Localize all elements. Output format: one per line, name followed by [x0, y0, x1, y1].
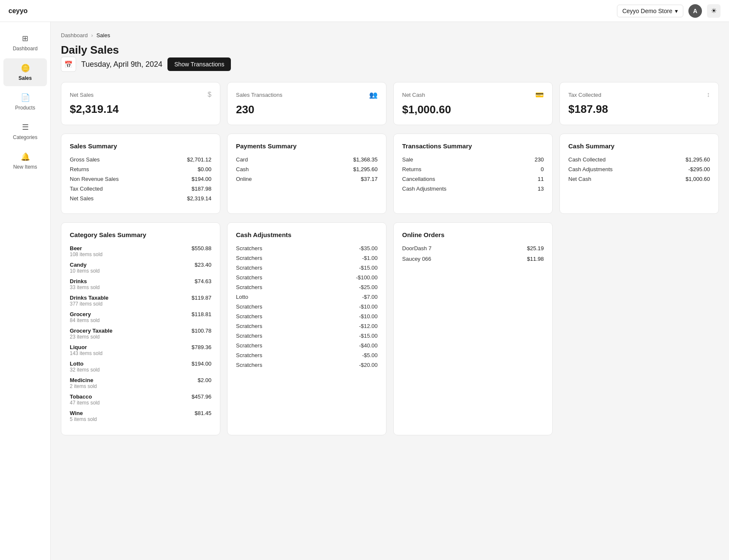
sidebar-label-categories: Categories	[13, 134, 37, 140]
adjustment-item: Scratchers-$10.00	[236, 313, 378, 320]
store-selector[interactable]: Ceyyo Demo Store ▾	[617, 5, 683, 17]
non-revenue-line: Non Revenue Sales $194.00	[70, 176, 211, 182]
transactions-summary-card: Transactions Summary Sale 230 Returns 0 …	[393, 134, 553, 214]
body-area: ⊞Dashboard🪙Sales📄Products☰Categories🔔New…	[0, 22, 729, 445]
breadcrumb-current: Sales	[96, 32, 110, 38]
category-item: Liquor143 items sold$789.36	[70, 344, 211, 356]
adjustment-item: Scratchers-$25.00	[236, 284, 378, 290]
card-line: Card $1,368.35	[236, 156, 378, 163]
store-name: Ceyyo Demo Store	[622, 8, 672, 14]
adjustment-item: Scratchers-$35.00	[236, 245, 378, 251]
cash-adj-line: Cash Adjustments 13	[402, 186, 544, 192]
sales-icon: 🪙	[21, 63, 30, 73]
category-item: Grocery Taxable23 items sold$100.78	[70, 328, 211, 340]
online-orders-title: Online Orders	[402, 231, 544, 238]
dollar-icon: $	[208, 91, 211, 98]
category-item: Wine5 items sold$81.45	[70, 410, 211, 422]
page-title: Daily Sales	[61, 44, 719, 57]
net-cash-card: Net Cash 💳 $1,000.60	[393, 82, 553, 125]
category-sales-card: Category Sales Summary Beer108 items sol…	[61, 222, 220, 435]
categories-icon: ☰	[22, 123, 29, 132]
summary-cards-row: Net Sales $ $2,319.14 Sales Transactions…	[61, 82, 719, 125]
sidebar-label-new-items: New Items	[13, 164, 37, 170]
category-items-container: Beer108 items sold$550.88Candy10 items s…	[70, 245, 211, 422]
sales-transactions-card: Sales Transactions 👥 230	[227, 82, 386, 125]
tax-collected-label: Tax Collected ↕	[568, 91, 710, 98]
net-sales-label: Net Sales $	[70, 91, 211, 98]
adjustment-item: Lotto-$7.00	[236, 294, 378, 300]
sales-summary-card: Sales Summary Gross Sales $2,701.12 Retu…	[61, 134, 220, 214]
category-item: Beer108 items sold$550.88	[70, 245, 211, 257]
detail-row: Sales Summary Gross Sales $2,701.12 Retu…	[61, 134, 719, 214]
adjustment-item: Scratchers-$5.00	[236, 352, 378, 358]
date-picker-button[interactable]: 📅	[61, 57, 76, 72]
adjustment-item: Scratchers-$1.00	[236, 255, 378, 261]
tx-returns-line: Returns 0	[402, 166, 544, 172]
category-item: Drinks Taxable377 items sold$119.87	[70, 295, 211, 307]
sidebar-item-new-items[interactable]: 🔔New Items	[3, 147, 47, 175]
transactions-summary-title: Transactions Summary	[402, 142, 544, 150]
adjustment-item: Scratchers-$100.00	[236, 274, 378, 281]
app-logo: ceyyo	[8, 7, 27, 15]
tax-collected-line: Tax Collected $187.98	[70, 186, 211, 192]
products-icon: 📄	[21, 93, 30, 102]
category-item: Grocery84 items sold$118.81	[70, 311, 211, 323]
sidebar: ⊞Dashboard🪙Sales📄Products☰Categories🔔New…	[0, 22, 51, 445]
net-sales-value: $2,319.14	[70, 103, 211, 116]
show-transactions-button[interactable]: Show Transactions	[167, 57, 231, 71]
top-nav: ceyyo Ceyyo Demo Store ▾ A ☀	[0, 0, 729, 22]
category-item: Candy10 items sold$23.40	[70, 262, 211, 274]
calendar-icon: 📅	[64, 60, 73, 68]
tax-collected-card: Tax Collected ↕ $187.98	[559, 82, 719, 125]
top-nav-right: Ceyyo Demo Store ▾ A ☀	[617, 4, 721, 18]
cash-adjustments-line: Cash Adjustments -$295.00	[568, 166, 710, 172]
sidebar-item-products[interactable]: 📄Products	[3, 88, 47, 116]
category-item: Medicine2 items sold$2.00	[70, 377, 211, 389]
payments-summary-card: Payments Summary Card $1,368.35 Cash $1,…	[227, 134, 386, 214]
adjustment-item: Scratchers-$10.00	[236, 303, 378, 310]
chevron-down-icon: ▾	[675, 8, 678, 14]
adjustment-items-container: Scratchers-$35.00Scratchers-$1.00Scratch…	[236, 245, 378, 368]
payments-summary-title: Payments Summary	[236, 142, 378, 150]
date-row: 📅 Tuesday, April 9th, 2024 Show Transact…	[61, 57, 719, 72]
net-cash-summary-line: Net Cash $1,000.60	[568, 176, 710, 182]
adjustment-item: Scratchers-$12.00	[236, 323, 378, 329]
updown-icon: ↕	[707, 91, 710, 98]
cash-adjustments-title: Cash Adjustments	[236, 231, 378, 238]
net-sales-card: Net Sales $ $2,319.14	[61, 82, 220, 125]
cash-adjustments-card: Cash Adjustments Scratchers-$35.00Scratc…	[227, 222, 386, 435]
category-item: Drinks33 items sold$74.63	[70, 278, 211, 290]
dashboard-icon: ⊞	[22, 34, 28, 43]
sidebar-item-dashboard[interactable]: ⊞Dashboard	[3, 29, 47, 57]
sidebar-item-sales[interactable]: 🪙Sales	[3, 58, 47, 86]
online-line: Online $37.17	[236, 176, 378, 182]
breadcrumb-separator: ›	[91, 32, 93, 38]
theme-toggle-button[interactable]: ☀	[707, 4, 721, 18]
bottom-row: Category Sales Summary Beer108 items sol…	[61, 222, 719, 435]
sales-summary-title: Sales Summary	[70, 142, 211, 150]
online-order-item: Saucey 066$11.98	[402, 256, 544, 262]
sidebar-item-categories[interactable]: ☰Categories	[3, 117, 47, 145]
cash-collected-line: Cash Collected $1,295.60	[568, 156, 710, 163]
breadcrumb-parent[interactable]: Dashboard	[61, 32, 88, 38]
sales-transactions-value: 230	[236, 103, 378, 116]
new-items-icon: 🔔	[21, 152, 30, 161]
category-sales-title: Category Sales Summary	[70, 231, 211, 238]
sale-line: Sale 230	[402, 156, 544, 163]
adjustment-item: Scratchers-$20.00	[236, 362, 378, 368]
net-cash-label: Net Cash 💳	[402, 91, 544, 99]
net-sales-line: Net Sales $2,319.14	[70, 195, 211, 202]
returns-line: Returns $0.00	[70, 166, 211, 172]
net-cash-value: $1,000.60	[402, 103, 544, 116]
gross-sales-line: Gross Sales $2,701.12	[70, 156, 211, 163]
avatar: A	[688, 4, 702, 18]
users-icon: 👥	[369, 91, 378, 99]
cash-summary-title: Cash Summary	[568, 142, 710, 150]
card-icon: 💳	[535, 91, 544, 99]
adjustment-item: Scratchers-$40.00	[236, 342, 378, 349]
sidebar-label-products: Products	[15, 105, 35, 111]
online-order-item: DoorDash 7$25.19	[402, 245, 544, 251]
cash-summary-card: Cash Summary Cash Collected $1,295.60 Ca…	[559, 134, 719, 214]
category-item: Lotto32 items sold$194.00	[70, 361, 211, 373]
breadcrumb: Dashboard › Sales	[61, 32, 719, 38]
